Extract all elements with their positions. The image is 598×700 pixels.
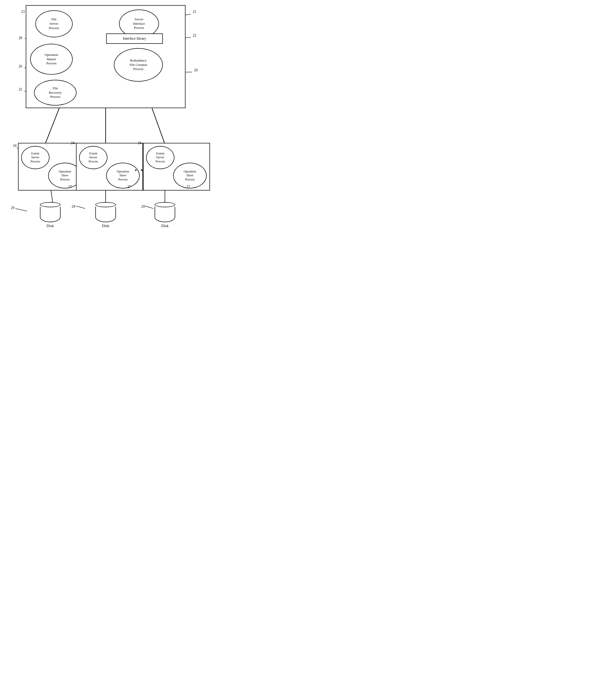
ref-label-28: 28 [19,36,22,40]
svg-line-21 [145,206,153,208]
interface-library-rect: Interface library [106,33,163,44]
extent-server-1-ellipse: Extent Server Process [21,146,49,169]
file-recovery-process-ellipse: File Recovery Process [34,80,76,105]
operation-slave-2-ellipse: Operation Slave Process [106,163,140,189]
svg-line-20 [76,206,85,208]
disk-2-label: Disk [102,224,109,228]
ref-label-24-3: 24 [138,141,141,145]
svg-line-0 [45,108,59,144]
extent-server-3-ellipse: Extent Server Process [146,146,174,169]
extent-server-3-label: Extent Server Process [156,152,165,164]
slave-box-2: Extent Server Process Operation Slave Pr… [76,143,143,191]
operation-slave-2-label: Operation Slave Process [117,170,129,182]
ref-label-27-2: 27 [127,185,131,189]
disk-2: Disk [95,202,116,228]
ref-label-26: 26 [19,65,22,69]
slave-box-1: Extent Server Process Operation Slave Pr… [18,143,85,191]
slave-box-3: Extent Server Process Operation Slave Pr… [143,143,210,191]
redundancy-file-process-label: Redundancy File Creation Process [129,58,147,72]
server-interface-process-label: Server Interface Process [133,17,145,30]
ref-label-21: 21 [193,10,196,14]
file-server-process-label: File Server Process [49,17,59,30]
operation-master-process-label: Operation Master Process [45,53,58,66]
extent-server-2-label: Extent Server Process [89,152,98,164]
ref-label-24-1: 24 [13,144,17,148]
extent-server-2-ellipse: Extent Server Process [79,146,107,169]
disk-1-body [40,207,61,222]
disk-2-body [95,207,116,222]
interface-library-label: Interface library [123,36,146,41]
disk-3-body [154,207,175,222]
disk-3: Disk [154,202,175,228]
main-server-box: File Server Process Server Interface Pro… [26,5,186,108]
file-recovery-process-label: File Recovery Process [49,86,62,99]
operation-slave-1-label: Operation Slave Process [59,170,71,182]
ref-label-29-2: 29 [72,205,75,209]
diagram: File Server Process Server Interface Pro… [0,0,221,257]
redundancy-file-process-ellipse: Redundancy File Creation Process [114,48,163,82]
disk-3-top [154,202,175,207]
ref-label-29-3: 29 [141,205,145,209]
disk-1-label: Disk [47,224,54,228]
svg-line-2 [152,108,165,144]
disk-1-top [40,202,61,207]
operation-slave-3-ellipse: Operation Slave Process [173,163,207,189]
disk-2-top [95,202,116,207]
svg-line-19 [16,208,27,211]
operation-master-process-ellipse: Operation Master Process [30,44,73,75]
ref-label-27-3: 27 [187,185,190,189]
ref-label-29-1: 29 [11,206,15,210]
ref-label-25: 25 [19,88,22,92]
extent-server-1-label: Extent Server Process [31,152,40,164]
continuation-dots: • • [135,167,144,174]
ref-label-27-1: 27 [68,185,72,189]
ref-label-24-2: 24 [71,141,74,145]
file-server-process-ellipse: File Server Process [35,10,73,37]
ref-label-23: 23 [21,10,25,14]
disk-1: Disk [40,202,61,228]
ref-label-22: 22 [193,33,196,38]
operation-slave-3-label: Operation Slave Process [184,170,196,182]
ref-label-20: 20 [194,68,198,72]
disk-3-label: Disk [161,224,168,228]
